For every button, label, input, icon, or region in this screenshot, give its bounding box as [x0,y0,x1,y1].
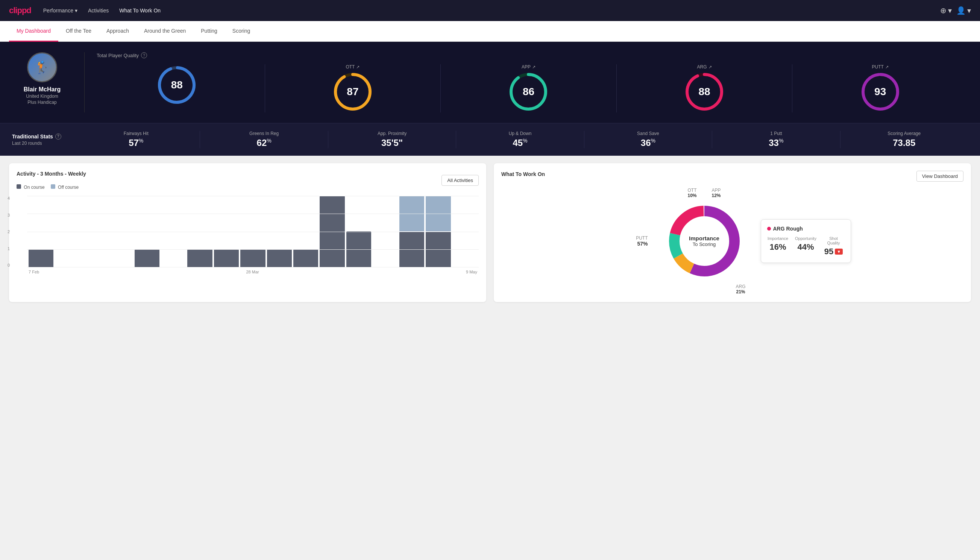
all-activities-button[interactable]: All Activities [441,175,479,186]
score-total: 88 [97,64,265,112]
tab-putting[interactable]: Putting [193,21,225,42]
x-axis-labels: 7 Feb 28 Mar 9 May [27,270,479,274]
tab-approach[interactable]: Approach [99,21,136,42]
tooltip-metrics: Importance 16% Opportunity 44% Shot Qual… [767,236,845,257]
scores-header: Total Player Quality ? [97,52,968,58]
tab-around-the-green[interactable]: Around the Green [136,21,193,42]
scores-section: Total Player Quality ? 88 [97,52,968,112]
bar-col [187,196,212,267]
stat-sand-save: Sand Save 36% [584,131,712,148]
gauge-putt-value: 93 [874,86,886,98]
donut-wrapper: OTT 10% APP 12% [663,188,746,295]
stat-scoring-average: Scoring Average 73.85 [840,131,968,148]
stat-greens-in-reg: Greens In Reg 62% [200,131,328,148]
bar-col [55,196,80,267]
add-button[interactable]: ⊕ ▾ [940,6,952,15]
gauge-putt: 93 [860,71,901,112]
view-dashboard-button[interactable]: View Dashboard [917,171,963,182]
score-putt-label: PUTT ↗ [872,64,888,70]
arg-bottom-label: ARG 21% [663,284,746,295]
gauge-app-value: 86 [523,86,534,98]
logo[interactable]: clippd [9,6,31,15]
activity-card: Activity - 3 Months - Weekly On course O… [9,163,486,302]
help-icon[interactable]: ? [141,52,147,58]
donut-center: Importance To Scoring [689,235,719,247]
bar-chart-inner [27,196,479,267]
user-icon: 👤 [956,6,966,15]
score-ott: OTT ↗ 87 [265,64,441,112]
bar-col [82,196,106,267]
gauge-ott-value: 87 [347,86,358,98]
player-handicap: Plus Handicap [27,100,57,105]
bar-col [135,196,160,267]
nav-links: Performance ▾ Activities What To Work On [43,8,161,13]
divider [84,52,85,112]
work-on-card: What To Work On View Dashboard PUTT 57% … [494,163,971,302]
score-app: APP ↗ 86 [441,64,617,112]
nav-right: ⊕ ▾ 👤 ▾ [940,6,971,15]
tooltip-card: ARG Rough Importance 16% Opportunity 44%… [761,219,851,263]
bar-col [28,196,53,267]
score-putt: PUTT ↗ 93 [792,64,968,112]
stats-title: Traditional Stats ? Last 20 rounds [12,133,72,146]
work-on-title: What To Work On [501,171,545,177]
bar-col [453,196,477,267]
bar-col [346,196,371,267]
nav-performance[interactable]: Performance ▾ [43,8,77,13]
hero-section: 🏌️ Blair McHarg United Kingdom Plus Hand… [0,42,980,123]
chart-legend: On course Off course [17,184,86,190]
putt-label: PUTT 57% [636,235,647,247]
stats-bar: Traditional Stats ? Last 20 rounds Fairw… [0,123,980,156]
arrow-icon: ↗ [356,65,359,70]
scores-row: 88 OTT ↗ 87 [97,64,968,112]
player-info: 🏌️ Blair McHarg United Kingdom Plus Hand… [12,52,72,105]
chevron-down-icon: ▾ [967,6,971,15]
gauge-app: 86 [507,71,549,112]
arrow-icon: ↗ [709,65,712,70]
tooltip-shot-quality: Shot Quality 95 ▼ [823,236,845,257]
on-course-legend-dot [17,184,21,189]
chevron-down-icon: ▾ [75,8,77,13]
bar-col [240,196,265,267]
stats-subtitle: Last 20 rounds [12,141,72,146]
tab-scoring[interactable]: Scoring [225,21,258,42]
tooltip-title: ARG Rough [767,226,845,232]
tooltip-opportunity: Opportunity 44% [795,236,817,257]
gauge-arg: 88 [684,71,725,112]
stat-app-proximity: App. Proximity 35'5" [328,131,456,148]
score-app-label: APP ↗ [522,64,536,70]
arrow-icon: ↗ [885,65,888,70]
y-axis-labels: 4 3 2 1 0 [8,196,10,267]
avatar: 🏌️ [27,52,57,82]
donut-area: PUTT 57% OTT 10% APP 12% [501,188,963,295]
nav-what-to-work-on[interactable]: What To Work On [119,8,161,13]
top-nav: clippd Performance ▾ Activities What To … [0,0,980,21]
donut-chart: Importance To Scoring [663,200,746,282]
donut-left-labels: PUTT 57% [614,235,648,247]
bottom-section: Activity - 3 Months - Weekly On course O… [0,156,980,310]
player-location: United Kingdom [26,93,58,99]
score-ott-label: OTT ↗ [346,64,359,70]
gauge-arg-value: 88 [699,86,710,98]
trad-stats-help-icon[interactable]: ? [55,133,61,140]
stat-up-and-down: Up & Down 45% [456,131,584,148]
bar-col [214,196,239,267]
tooltip-dot [767,227,771,230]
user-menu[interactable]: 👤 ▾ [956,6,971,15]
nav-activities[interactable]: Activities [88,8,109,13]
score-arg-label: ARG ↗ [697,64,712,70]
arrow-icon: ↗ [532,65,536,70]
ott-top-label: OTT 10% [687,188,696,198]
top-labels: OTT 10% APP 12% [663,188,746,198]
app-top-label: APP 12% [712,188,721,198]
stat-1-putt: 1 Putt 33% [712,131,840,148]
tab-my-dashboard[interactable]: My Dashboard [9,21,58,42]
gauge-total: 88 [156,64,198,106]
tab-off-the-tee[interactable]: Off the Tee [58,21,99,42]
work-on-card-header: What To Work On View Dashboard [501,171,963,182]
player-name: Blair McHarg [24,86,61,93]
stat-fairways-hit: Fairways Hit 57% [72,131,200,148]
chevron-down-icon: ▾ [948,6,952,15]
bar-col [161,196,186,267]
bar-col [399,196,424,267]
